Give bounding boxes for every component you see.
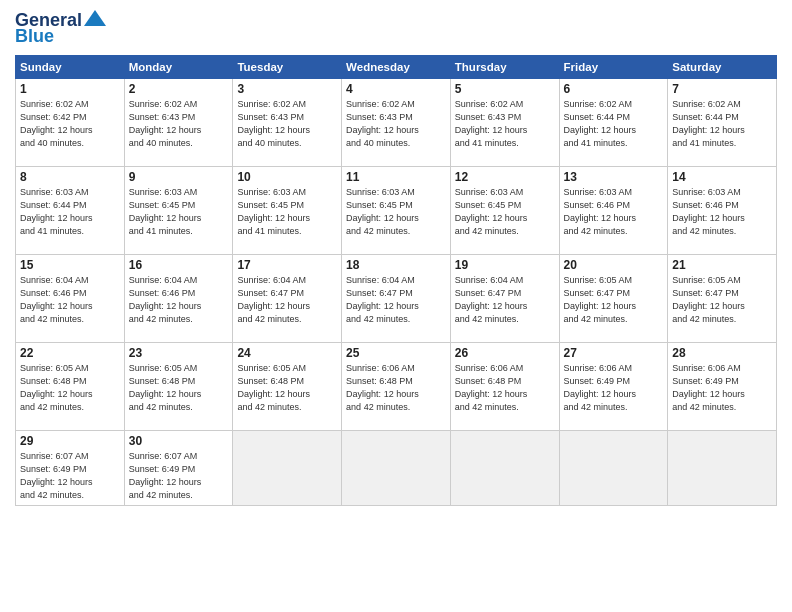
calendar-cell: 25Sunrise: 6:06 AM Sunset: 6:48 PM Dayli… bbox=[342, 342, 451, 430]
calendar-cell: 3Sunrise: 6:02 AM Sunset: 6:43 PM Daylig… bbox=[233, 78, 342, 166]
calendar-cell: 11Sunrise: 6:03 AM Sunset: 6:45 PM Dayli… bbox=[342, 166, 451, 254]
day-info: Sunrise: 6:02 AM Sunset: 6:43 PM Dayligh… bbox=[346, 98, 446, 150]
calendar: SundayMondayTuesdayWednesdayThursdayFrid… bbox=[15, 55, 777, 506]
calendar-cell: 30Sunrise: 6:07 AM Sunset: 6:49 PM Dayli… bbox=[124, 430, 233, 505]
calendar-cell: 13Sunrise: 6:03 AM Sunset: 6:46 PM Dayli… bbox=[559, 166, 668, 254]
calendar-cell: 2Sunrise: 6:02 AM Sunset: 6:43 PM Daylig… bbox=[124, 78, 233, 166]
day-number: 17 bbox=[237, 258, 337, 272]
day-number: 6 bbox=[564, 82, 664, 96]
day-number: 18 bbox=[346, 258, 446, 272]
logo: General Blue bbox=[15, 10, 106, 47]
day-number: 1 bbox=[20, 82, 120, 96]
day-info: Sunrise: 6:03 AM Sunset: 6:46 PM Dayligh… bbox=[564, 186, 664, 238]
day-info: Sunrise: 6:05 AM Sunset: 6:48 PM Dayligh… bbox=[129, 362, 229, 414]
day-info: Sunrise: 6:03 AM Sunset: 6:45 PM Dayligh… bbox=[129, 186, 229, 238]
header-wednesday: Wednesday bbox=[342, 55, 451, 78]
day-number: 11 bbox=[346, 170, 446, 184]
day-info: Sunrise: 6:06 AM Sunset: 6:48 PM Dayligh… bbox=[455, 362, 555, 414]
day-number: 21 bbox=[672, 258, 772, 272]
day-number: 25 bbox=[346, 346, 446, 360]
day-number: 8 bbox=[20, 170, 120, 184]
calendar-cell: 12Sunrise: 6:03 AM Sunset: 6:45 PM Dayli… bbox=[450, 166, 559, 254]
day-info: Sunrise: 6:02 AM Sunset: 6:44 PM Dayligh… bbox=[564, 98, 664, 150]
day-info: Sunrise: 6:03 AM Sunset: 6:45 PM Dayligh… bbox=[346, 186, 446, 238]
day-number: 28 bbox=[672, 346, 772, 360]
calendar-cell bbox=[559, 430, 668, 505]
day-info: Sunrise: 6:07 AM Sunset: 6:49 PM Dayligh… bbox=[129, 450, 229, 502]
calendar-row: 29Sunrise: 6:07 AM Sunset: 6:49 PM Dayli… bbox=[16, 430, 777, 505]
calendar-cell: 1Sunrise: 6:02 AM Sunset: 6:42 PM Daylig… bbox=[16, 78, 125, 166]
header-saturday: Saturday bbox=[668, 55, 777, 78]
calendar-cell: 27Sunrise: 6:06 AM Sunset: 6:49 PM Dayli… bbox=[559, 342, 668, 430]
header-friday: Friday bbox=[559, 55, 668, 78]
calendar-cell: 24Sunrise: 6:05 AM Sunset: 6:48 PM Dayli… bbox=[233, 342, 342, 430]
day-info: Sunrise: 6:06 AM Sunset: 6:48 PM Dayligh… bbox=[346, 362, 446, 414]
logo-icon bbox=[84, 10, 106, 26]
day-number: 5 bbox=[455, 82, 555, 96]
calendar-cell: 26Sunrise: 6:06 AM Sunset: 6:48 PM Dayli… bbox=[450, 342, 559, 430]
day-number: 24 bbox=[237, 346, 337, 360]
calendar-cell: 22Sunrise: 6:05 AM Sunset: 6:48 PM Dayli… bbox=[16, 342, 125, 430]
day-info: Sunrise: 6:03 AM Sunset: 6:44 PM Dayligh… bbox=[20, 186, 120, 238]
day-info: Sunrise: 6:05 AM Sunset: 6:48 PM Dayligh… bbox=[20, 362, 120, 414]
day-info: Sunrise: 6:04 AM Sunset: 6:47 PM Dayligh… bbox=[237, 274, 337, 326]
header: General Blue bbox=[15, 10, 777, 47]
day-info: Sunrise: 6:06 AM Sunset: 6:49 PM Dayligh… bbox=[564, 362, 664, 414]
day-number: 10 bbox=[237, 170, 337, 184]
day-info: Sunrise: 6:02 AM Sunset: 6:43 PM Dayligh… bbox=[237, 98, 337, 150]
calendar-cell bbox=[342, 430, 451, 505]
calendar-row: 22Sunrise: 6:05 AM Sunset: 6:48 PM Dayli… bbox=[16, 342, 777, 430]
header-thursday: Thursday bbox=[450, 55, 559, 78]
day-info: Sunrise: 6:04 AM Sunset: 6:46 PM Dayligh… bbox=[129, 274, 229, 326]
day-info: Sunrise: 6:05 AM Sunset: 6:48 PM Dayligh… bbox=[237, 362, 337, 414]
calendar-cell: 28Sunrise: 6:06 AM Sunset: 6:49 PM Dayli… bbox=[668, 342, 777, 430]
header-sunday: Sunday bbox=[16, 55, 125, 78]
day-info: Sunrise: 6:03 AM Sunset: 6:45 PM Dayligh… bbox=[455, 186, 555, 238]
day-number: 30 bbox=[129, 434, 229, 448]
day-info: Sunrise: 6:02 AM Sunset: 6:44 PM Dayligh… bbox=[672, 98, 772, 150]
day-number: 3 bbox=[237, 82, 337, 96]
day-number: 19 bbox=[455, 258, 555, 272]
day-number: 29 bbox=[20, 434, 120, 448]
calendar-cell: 21Sunrise: 6:05 AM Sunset: 6:47 PM Dayli… bbox=[668, 254, 777, 342]
day-info: Sunrise: 6:07 AM Sunset: 6:49 PM Dayligh… bbox=[20, 450, 120, 502]
day-info: Sunrise: 6:02 AM Sunset: 6:43 PM Dayligh… bbox=[129, 98, 229, 150]
day-number: 26 bbox=[455, 346, 555, 360]
calendar-row: 1Sunrise: 6:02 AM Sunset: 6:42 PM Daylig… bbox=[16, 78, 777, 166]
day-number: 7 bbox=[672, 82, 772, 96]
logo-text: General Blue bbox=[15, 10, 106, 47]
day-info: Sunrise: 6:03 AM Sunset: 6:45 PM Dayligh… bbox=[237, 186, 337, 238]
day-number: 13 bbox=[564, 170, 664, 184]
day-number: 4 bbox=[346, 82, 446, 96]
calendar-cell: 17Sunrise: 6:04 AM Sunset: 6:47 PM Dayli… bbox=[233, 254, 342, 342]
calendar-cell: 29Sunrise: 6:07 AM Sunset: 6:49 PM Dayli… bbox=[16, 430, 125, 505]
day-number: 16 bbox=[129, 258, 229, 272]
svg-marker-0 bbox=[84, 10, 106, 26]
day-info: Sunrise: 6:04 AM Sunset: 6:47 PM Dayligh… bbox=[346, 274, 446, 326]
page: General Blue SundayMondayTuesdayWednesda… bbox=[0, 0, 792, 612]
calendar-cell: 10Sunrise: 6:03 AM Sunset: 6:45 PM Dayli… bbox=[233, 166, 342, 254]
day-info: Sunrise: 6:04 AM Sunset: 6:47 PM Dayligh… bbox=[455, 274, 555, 326]
calendar-cell: 6Sunrise: 6:02 AM Sunset: 6:44 PM Daylig… bbox=[559, 78, 668, 166]
calendar-cell bbox=[450, 430, 559, 505]
day-info: Sunrise: 6:03 AM Sunset: 6:46 PM Dayligh… bbox=[672, 186, 772, 238]
header-tuesday: Tuesday bbox=[233, 55, 342, 78]
day-info: Sunrise: 6:05 AM Sunset: 6:47 PM Dayligh… bbox=[564, 274, 664, 326]
calendar-header-row: SundayMondayTuesdayWednesdayThursdayFrid… bbox=[16, 55, 777, 78]
day-number: 20 bbox=[564, 258, 664, 272]
day-info: Sunrise: 6:02 AM Sunset: 6:42 PM Dayligh… bbox=[20, 98, 120, 150]
day-info: Sunrise: 6:05 AM Sunset: 6:47 PM Dayligh… bbox=[672, 274, 772, 326]
calendar-cell: 4Sunrise: 6:02 AM Sunset: 6:43 PM Daylig… bbox=[342, 78, 451, 166]
calendar-row: 15Sunrise: 6:04 AM Sunset: 6:46 PM Dayli… bbox=[16, 254, 777, 342]
day-info: Sunrise: 6:06 AM Sunset: 6:49 PM Dayligh… bbox=[672, 362, 772, 414]
calendar-cell: 15Sunrise: 6:04 AM Sunset: 6:46 PM Dayli… bbox=[16, 254, 125, 342]
day-info: Sunrise: 6:02 AM Sunset: 6:43 PM Dayligh… bbox=[455, 98, 555, 150]
day-number: 12 bbox=[455, 170, 555, 184]
calendar-cell: 7Sunrise: 6:02 AM Sunset: 6:44 PM Daylig… bbox=[668, 78, 777, 166]
day-number: 9 bbox=[129, 170, 229, 184]
calendar-row: 8Sunrise: 6:03 AM Sunset: 6:44 PM Daylig… bbox=[16, 166, 777, 254]
day-number: 23 bbox=[129, 346, 229, 360]
day-number: 27 bbox=[564, 346, 664, 360]
day-number: 15 bbox=[20, 258, 120, 272]
calendar-cell bbox=[668, 430, 777, 505]
